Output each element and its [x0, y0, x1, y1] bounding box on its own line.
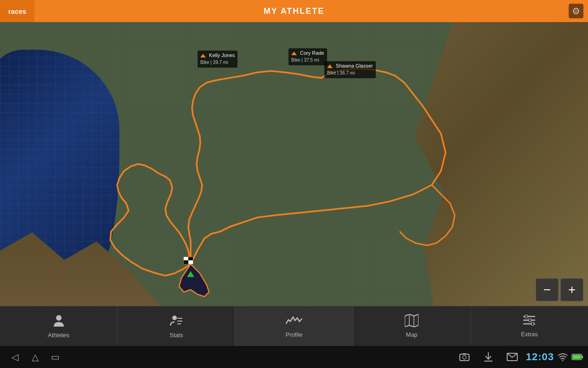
svg-rect-4 [188, 257, 193, 260]
mail-button[interactable] [502, 347, 522, 367]
stats-icon [170, 314, 183, 330]
svg-rect-21 [460, 354, 469, 361]
svg-point-22 [463, 356, 466, 359]
home-icon: △ [32, 351, 39, 362]
gear-icon: ⚙ [572, 6, 580, 17]
download-icon [484, 352, 493, 362]
mail-icon [507, 353, 518, 361]
home-button[interactable]: △ [25, 347, 45, 367]
svg-point-27 [562, 360, 564, 362]
battery-icon [571, 353, 583, 361]
zoom-controls: − + [536, 278, 583, 301]
recents-button[interactable]: ▭ [45, 347, 65, 367]
system-bar: ◁ △ ▭ [0, 346, 588, 368]
back-button[interactable]: ◁ [5, 347, 25, 367]
page-title: MY ATHLETE [264, 6, 325, 16]
svg-rect-3 [188, 260, 193, 264]
download-button[interactable] [478, 347, 498, 367]
athlete-label-kelly: Kelly JonesBike | 39.7 mi [198, 51, 237, 68]
svg-rect-5 [184, 260, 188, 264]
recents-icon: ▭ [51, 351, 60, 362]
profile-icon [286, 314, 302, 329]
svg-marker-12 [405, 314, 418, 327]
nav-item-athletes[interactable]: Athletes [0, 306, 118, 346]
races-label: races [8, 7, 26, 15]
back-icon: ◁ [11, 351, 18, 362]
nav-label-athletes: Athletes [48, 332, 69, 339]
nav-item-map[interactable]: Map [353, 306, 471, 346]
settings-button[interactable]: ⚙ [569, 4, 583, 18]
svg-rect-29 [582, 356, 583, 358]
nav-item-extras[interactable]: Extras [471, 306, 588, 346]
athlete-label-cory: Cory RadeBike | 37.5 mi [288, 48, 327, 65]
svg-rect-18 [525, 315, 527, 318]
nav-label-map: Map [406, 331, 418, 338]
screenshot-icon [459, 353, 469, 361]
svg-rect-19 [529, 319, 531, 322]
map-icon [405, 314, 418, 329]
screenshot-button[interactable] [454, 347, 475, 367]
athletes-icon [52, 314, 66, 330]
nav-label-stats: Stats [170, 332, 183, 339]
header: races MY ATHLETE [0, 0, 588, 22]
extras-icon [522, 315, 536, 329]
svg-rect-20 [531, 322, 534, 325]
wifi-icon [558, 353, 568, 361]
clock: 12:03 [526, 351, 554, 363]
nav-item-stats[interactable]: Stats [118, 306, 235, 346]
svg-point-8 [172, 316, 177, 320]
map-container[interactable]: Kelly JonesBike | 39.7 mi Cory RadeBike … [0, 22, 588, 306]
races-button[interactable]: races [0, 0, 34, 22]
bottom-nav: Athletes Stats Profile [0, 306, 588, 346]
svg-rect-30 [573, 355, 581, 359]
nav-item-profile[interactable]: Profile [235, 306, 353, 346]
system-right: 12:03 [454, 347, 583, 367]
svg-point-7 [56, 315, 62, 321]
zoom-out-button[interactable]: − [536, 278, 559, 301]
zoom-in-button[interactable]: + [560, 278, 583, 301]
nav-label-extras: Extras [521, 331, 538, 338]
svg-rect-2 [184, 257, 188, 260]
athlete-label-shawna: Shawna GlasserBike | 36.7 mi [324, 61, 376, 78]
nav-label-profile: Profile [286, 331, 303, 338]
svg-rect-23 [463, 353, 466, 355]
